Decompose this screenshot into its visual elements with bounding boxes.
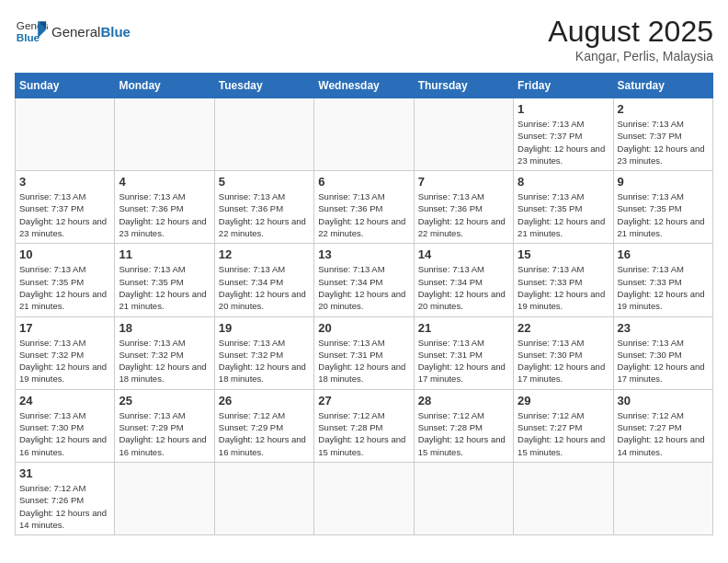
day-number: 1 — [518, 102, 609, 116]
calendar-cell: 8Sunrise: 7:13 AM Sunset: 7:35 PM Daylig… — [514, 171, 613, 244]
day-number: 25 — [119, 394, 210, 408]
calendar-cell — [214, 462, 313, 534]
day-info: Sunrise: 7:12 AM Sunset: 7:29 PM Dayligh… — [219, 409, 310, 458]
calendar-cell — [16, 98, 115, 171]
calendar-cell: 25Sunrise: 7:13 AM Sunset: 7:29 PM Dayli… — [115, 389, 214, 462]
day-info: Sunrise: 7:13 AM Sunset: 7:35 PM Dayligh… — [518, 190, 609, 239]
calendar-cell: 27Sunrise: 7:12 AM Sunset: 7:28 PM Dayli… — [314, 389, 414, 462]
day-info: Sunrise: 7:12 AM Sunset: 7:27 PM Dayligh… — [518, 409, 609, 458]
calendar-cell — [613, 462, 712, 534]
day-info: Sunrise: 7:13 AM Sunset: 7:30 PM Dayligh… — [518, 337, 609, 385]
day-number: 4 — [119, 175, 210, 189]
day-info: Sunrise: 7:13 AM Sunset: 7:32 PM Dayligh… — [19, 337, 110, 385]
day-number: 20 — [318, 321, 409, 335]
calendar-cell: 2Sunrise: 7:13 AM Sunset: 7:37 PM Daylig… — [613, 98, 712, 171]
month-title: August 2025 — [548, 15, 713, 49]
day-info: Sunrise: 7:13 AM Sunset: 7:37 PM Dayligh… — [618, 118, 709, 167]
calendar-cell: 5Sunrise: 7:13 AM Sunset: 7:36 PM Daylig… — [214, 171, 313, 244]
day-info: Sunrise: 7:13 AM Sunset: 7:37 PM Dayligh… — [518, 118, 609, 167]
calendar-cell — [514, 462, 613, 534]
calendar-cell: 21Sunrise: 7:13 AM Sunset: 7:31 PM Dayli… — [414, 316, 513, 389]
logo-icon: General Blue — [15, 15, 48, 48]
day-number: 16 — [618, 247, 709, 261]
day-info: Sunrise: 7:12 AM Sunset: 7:26 PM Dayligh… — [19, 482, 110, 531]
day-number: 2 — [618, 102, 709, 116]
calendar-cell: 24Sunrise: 7:13 AM Sunset: 7:30 PM Dayli… — [16, 389, 115, 462]
calendar-cell: 19Sunrise: 7:13 AM Sunset: 7:32 PM Dayli… — [214, 316, 313, 389]
calendar-cell: 10Sunrise: 7:13 AM Sunset: 7:35 PM Dayli… — [16, 244, 115, 316]
day-number: 23 — [618, 321, 709, 335]
day-info: Sunrise: 7:13 AM Sunset: 7:34 PM Dayligh… — [318, 263, 409, 312]
day-info: Sunrise: 7:13 AM Sunset: 7:31 PM Dayligh… — [318, 337, 409, 385]
calendar-cell: 4Sunrise: 7:13 AM Sunset: 7:36 PM Daylig… — [115, 171, 214, 244]
day-number: 14 — [418, 247, 509, 261]
day-number: 5 — [219, 175, 310, 189]
calendar-week-2: 10Sunrise: 7:13 AM Sunset: 7:35 PM Dayli… — [16, 244, 713, 316]
calendar-cell: 3Sunrise: 7:13 AM Sunset: 7:37 PM Daylig… — [16, 171, 115, 244]
calendar-header-row: SundayMondayTuesdayWednesdayThursdayFrid… — [16, 74, 713, 98]
header-wednesday: Wednesday — [314, 74, 414, 98]
calendar-cell: 9Sunrise: 7:13 AM Sunset: 7:35 PM Daylig… — [613, 171, 712, 244]
day-info: Sunrise: 7:13 AM Sunset: 7:36 PM Dayligh… — [318, 190, 409, 239]
calendar-cell: 23Sunrise: 7:13 AM Sunset: 7:30 PM Dayli… — [613, 316, 712, 389]
day-number: 18 — [119, 321, 210, 335]
day-number: 21 — [418, 321, 509, 335]
calendar-cell: 18Sunrise: 7:13 AM Sunset: 7:32 PM Dayli… — [115, 316, 214, 389]
day-info: Sunrise: 7:13 AM Sunset: 7:37 PM Dayligh… — [19, 190, 110, 239]
day-number: 22 — [518, 321, 609, 335]
calendar-week-1: 3Sunrise: 7:13 AM Sunset: 7:37 PM Daylig… — [16, 171, 713, 244]
calendar-cell: 15Sunrise: 7:13 AM Sunset: 7:33 PM Dayli… — [514, 244, 613, 316]
day-info: Sunrise: 7:12 AM Sunset: 7:27 PM Dayligh… — [618, 409, 709, 458]
day-number: 24 — [19, 394, 110, 408]
day-number: 11 — [119, 247, 210, 261]
day-number: 15 — [518, 247, 609, 261]
day-info: Sunrise: 7:13 AM Sunset: 7:32 PM Dayligh… — [219, 337, 310, 385]
day-info: Sunrise: 7:13 AM Sunset: 7:33 PM Dayligh… — [618, 263, 709, 312]
day-number: 28 — [418, 394, 509, 408]
calendar-cell: 28Sunrise: 7:12 AM Sunset: 7:28 PM Dayli… — [414, 389, 513, 462]
calendar-cell: 31Sunrise: 7:12 AM Sunset: 7:26 PM Dayli… — [16, 462, 115, 534]
calendar-cell — [214, 98, 313, 171]
calendar-cell: 13Sunrise: 7:13 AM Sunset: 7:34 PM Dayli… — [314, 244, 414, 316]
svg-text:Blue: Blue — [17, 31, 40, 43]
day-info: Sunrise: 7:13 AM Sunset: 7:35 PM Dayligh… — [19, 263, 110, 312]
day-info: Sunrise: 7:13 AM Sunset: 7:36 PM Dayligh… — [119, 190, 210, 239]
day-info: Sunrise: 7:13 AM Sunset: 7:33 PM Dayligh… — [518, 263, 609, 312]
calendar-cell — [414, 98, 513, 171]
location-title: Kangar, Perlis, Malaysia — [548, 49, 713, 63]
day-number: 19 — [219, 321, 310, 335]
day-info: Sunrise: 7:12 AM Sunset: 7:28 PM Dayligh… — [318, 409, 409, 458]
title-area: August 2025 Kangar, Perlis, Malaysia — [548, 15, 713, 63]
calendar-cell: 7Sunrise: 7:13 AM Sunset: 7:36 PM Daylig… — [414, 171, 513, 244]
day-info: Sunrise: 7:13 AM Sunset: 7:31 PM Dayligh… — [418, 337, 509, 385]
calendar-cell: 20Sunrise: 7:13 AM Sunset: 7:31 PM Dayli… — [314, 316, 414, 389]
day-info: Sunrise: 7:12 AM Sunset: 7:28 PM Dayligh… — [418, 409, 509, 458]
day-info: Sunrise: 7:13 AM Sunset: 7:29 PM Dayligh… — [119, 409, 210, 458]
calendar-cell: 14Sunrise: 7:13 AM Sunset: 7:34 PM Dayli… — [414, 244, 513, 316]
calendar-cell: 1Sunrise: 7:13 AM Sunset: 7:37 PM Daylig… — [514, 98, 613, 171]
header-monday: Monday — [115, 74, 214, 98]
calendar-cell: 6Sunrise: 7:13 AM Sunset: 7:36 PM Daylig… — [314, 171, 414, 244]
calendar-cell: 17Sunrise: 7:13 AM Sunset: 7:32 PM Dayli… — [16, 316, 115, 389]
calendar-cell: 11Sunrise: 7:13 AM Sunset: 7:35 PM Dayli… — [115, 244, 214, 316]
calendar-cell — [115, 462, 214, 534]
day-number: 29 — [518, 394, 609, 408]
day-number: 6 — [318, 175, 409, 189]
header: General Blue GeneralBlue August 2025 Kan… — [15, 15, 713, 63]
day-info: Sunrise: 7:13 AM Sunset: 7:30 PM Dayligh… — [19, 409, 110, 458]
calendar-cell — [115, 98, 214, 171]
calendar-cell — [314, 462, 414, 534]
day-info: Sunrise: 7:13 AM Sunset: 7:36 PM Dayligh… — [219, 190, 310, 239]
header-tuesday: Tuesday — [214, 74, 313, 98]
day-info: Sunrise: 7:13 AM Sunset: 7:35 PM Dayligh… — [119, 263, 210, 312]
logo: General Blue GeneralBlue — [15, 15, 131, 48]
day-number: 30 — [618, 394, 709, 408]
day-number: 8 — [518, 175, 609, 189]
day-number: 27 — [318, 394, 409, 408]
day-number: 26 — [219, 394, 310, 408]
day-number: 10 — [19, 247, 110, 261]
day-info: Sunrise: 7:13 AM Sunset: 7:36 PM Dayligh… — [418, 190, 509, 239]
calendar-cell — [314, 98, 414, 171]
day-number: 12 — [219, 247, 310, 261]
calendar-week-3: 17Sunrise: 7:13 AM Sunset: 7:32 PM Dayli… — [16, 316, 713, 389]
